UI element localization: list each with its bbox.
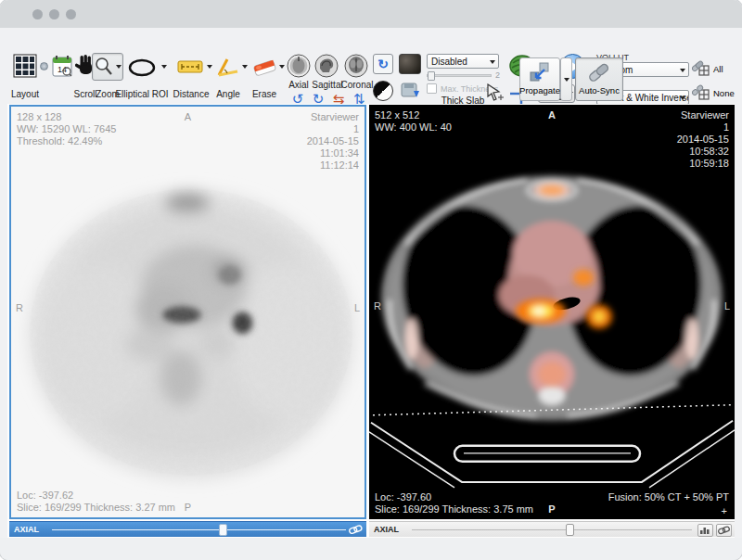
propagate-label: Propagate: [519, 85, 560, 95]
info-icon[interactable]: [40, 62, 48, 70]
orientation-anterior: A: [185, 111, 191, 123]
clut-caret: [680, 96, 685, 100]
pet-info-bottomleft: Loc: -397.62 Slice: 169/299 Thickness: 3…: [17, 490, 175, 514]
orientation-posterior: P: [548, 503, 555, 515]
thickness-slider[interactable]: [427, 74, 492, 77]
orientation-left: L: [354, 302, 360, 314]
angle-tool-button[interactable]: [216, 57, 240, 78]
histogram-icon: [700, 526, 710, 534]
orientation-left: L: [724, 300, 730, 312]
pet-slice-slider-handle[interactable]: [219, 524, 227, 536]
sync-all-button[interactable]: All: [692, 59, 738, 78]
fusion-viewport[interactable]: 512 x 512 WW: 400 WL: 40 Starviewer 1 20…: [369, 105, 735, 519]
max-thickness-checkbox[interactable]: [427, 83, 437, 94]
pet-slice-slider-track[interactable]: [52, 529, 346, 530]
orientation-anterior: A: [548, 109, 556, 121]
window-close-button[interactable]: [32, 9, 43, 19]
orientation-posterior: P: [185, 502, 191, 514]
erase-label: Erase: [247, 89, 282, 99]
restore-icon: ↻: [377, 57, 389, 71]
coronal-label: Coronal: [339, 80, 375, 90]
main-toolbar: Layout 14: [0, 52, 742, 106]
distance-dropdown-caret[interactable]: [207, 65, 212, 69]
viewports-area: 128 x 128 WW: 15290 WL: 7645 Threshold: …: [7, 104, 735, 538]
auto-sync-button[interactable]: Auto-Sync: [575, 57, 623, 101]
angle-icon: [216, 57, 240, 78]
magnifier-icon: [95, 57, 113, 77]
ruler-icon: [177, 59, 203, 74]
sync-none-button[interactable]: None: [692, 83, 740, 102]
window-level-button[interactable]: [399, 54, 421, 74]
thickness-slider-handle[interactable]: [428, 71, 435, 81]
pet-slice-sliderbar: AXIAL: [9, 521, 366, 537]
zoom-dropdown-caret[interactable]: [116, 65, 122, 69]
propagate-caret: [564, 78, 569, 82]
bottom-margin: [0, 538, 742, 560]
voi-lut-caret: [680, 69, 685, 72]
pet-viewport[interactable]: 128 x 128 WW: 15290 WL: 7645 Threshold: …: [9, 105, 366, 519]
pet-slider-orientation-label: AXIAL: [14, 525, 39, 534]
distance-tool-button[interactable]: [177, 59, 203, 74]
fusion-info-topright: Starviewer 1 2014-05-15 10:58:32 10:59:1…: [677, 109, 729, 170]
all-chain-grid-icon: [692, 60, 710, 77]
none-chain-grid-icon: [692, 84, 710, 101]
erase-dropdown-caret[interactable]: [279, 65, 285, 69]
fusion-plus-indicator: +: [722, 505, 727, 517]
propagate-icon: [529, 61, 551, 83]
restore-button[interactable]: ↻: [373, 54, 393, 74]
fusion-percentage-label: Fusion: 50% CT + 50% PT: [608, 491, 729, 503]
sagittal-view-button[interactable]: [314, 54, 339, 78]
calendar-icon: 14: [52, 55, 72, 78]
roi-dropdown-caret[interactable]: [161, 65, 167, 69]
fusion-slice-slider-track[interactable]: [412, 529, 692, 530]
fusion-slice-sliderbar: AXIAL: [369, 521, 735, 537]
elliptical-roi-button[interactable]: [126, 57, 158, 78]
layout-grid-button[interactable]: [13, 54, 37, 78]
histogram-button[interactable]: [697, 524, 713, 537]
app-window: Layout 14: [0, 0, 742, 560]
svg-text:14: 14: [58, 65, 67, 74]
fusion-link-button[interactable]: [716, 524, 732, 537]
eraser-icon: [251, 57, 277, 76]
titlebar: [0, 0, 742, 28]
orientation-right: R: [374, 300, 381, 312]
voxel-information-button[interactable]: [484, 83, 505, 103]
link-icon: [718, 526, 730, 535]
fusion-info-topleft: 512 x 512 WW: 400 WL: 40: [375, 109, 452, 134]
patient-browser-button[interactable]: 14: [52, 55, 72, 78]
window-maximize-button[interactable]: [66, 9, 76, 19]
sync-all-label: All: [713, 64, 723, 74]
sagittal-head-icon: [314, 54, 339, 78]
pet-info-topleft: 128 x 128 WW: 15290 WL: 7645 Threshold: …: [17, 111, 116, 147]
layout-label: Layout: [4, 89, 46, 99]
angle-label: Angle: [210, 89, 247, 99]
window-minimize-button[interactable]: [49, 9, 59, 19]
axial-view-button[interactable]: [287, 54, 311, 78]
erase-tool-button[interactable]: [251, 57, 277, 76]
pet-info-topright: Starviewer 1 2014-05-15 11:01:34 11:12:1…: [307, 111, 359, 172]
auto-sync-label: Auto-Sync: [579, 85, 620, 95]
fusion-slice-slider-handle[interactable]: [566, 524, 574, 536]
orientation-right: R: [16, 302, 23, 314]
thickslab-caret: [490, 60, 495, 64]
roi-label: Elliptical ROI: [109, 89, 174, 99]
ellipse-icon: [127, 58, 157, 77]
invert-contrast-button[interactable]: [373, 81, 393, 101]
sync-none-label: None: [713, 88, 735, 98]
layout-grid-icon: [13, 54, 37, 78]
angle-dropdown-caret[interactable]: [242, 65, 248, 69]
zoom-tool-button[interactable]: [92, 53, 123, 81]
export-button[interactable]: [399, 81, 421, 101]
link-icon[interactable]: [349, 525, 363, 535]
auto-sync-chain-icon: [587, 61, 611, 83]
propagate-button[interactable]: Propagate: [519, 57, 560, 101]
fusion-slider-orientation-label: AXIAL: [374, 525, 399, 534]
axial-head-icon: [287, 54, 311, 78]
save-icon: [400, 81, 420, 101]
propagate-dropdown[interactable]: [560, 57, 572, 101]
coronal-view-button[interactable]: [344, 54, 368, 78]
thickslab-mode-select[interactable]: Disabled: [427, 54, 499, 69]
coronal-head-icon: [344, 54, 368, 78]
thickness-max-value: 2: [495, 70, 500, 80]
pointer-icon: [484, 83, 505, 103]
